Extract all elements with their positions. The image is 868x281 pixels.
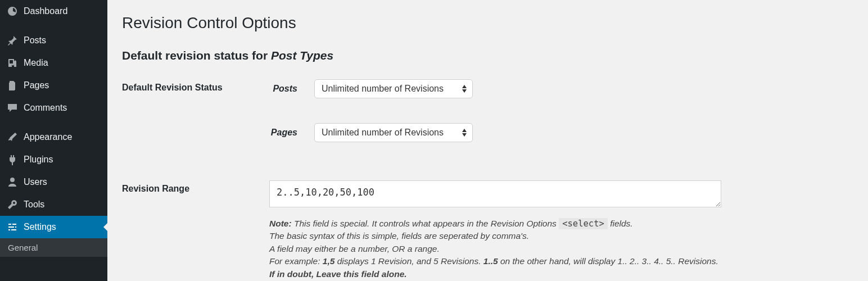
label-revision-range: Revision Range	[122, 180, 269, 194]
select-value: Unlimited number of Revisions	[322, 128, 444, 138]
user-icon	[7, 176, 18, 188]
sidebar-item-posts[interactable]: Posts	[0, 29, 107, 52]
subrow-posts: Posts Unlimited number of Revisions	[269, 79, 853, 98]
plug-icon	[7, 154, 18, 165]
sidebar-item-tools[interactable]: Tools	[0, 193, 107, 216]
wrench-icon	[7, 199, 18, 210]
content-area: Revision Control Options Default revisio…	[107, 0, 868, 281]
admin-sidebar: Dashboard Posts Media Pages Comments App…	[0, 0, 107, 281]
comment-icon	[7, 102, 18, 114]
sidebar-item-label: Media	[24, 58, 48, 68]
sublabel-posts: Posts	[269, 84, 314, 94]
brush-icon	[7, 132, 18, 143]
select-value: Unlimited number of Revisions	[322, 84, 444, 94]
sidebar-item-appearance[interactable]: Appearance	[0, 126, 107, 148]
page-title: Revision Control Options	[122, 14, 853, 32]
pin-icon	[7, 35, 18, 46]
chevron-updown-icon	[462, 129, 467, 137]
media-icon	[7, 57, 18, 69]
sidebar-subitem-label: General	[8, 243, 38, 252]
sidebar-item-label: Comments	[24, 103, 67, 113]
input-revision-range[interactable]	[269, 180, 721, 207]
select-posts-revisions[interactable]: Unlimited number of Revisions	[314, 79, 473, 98]
sidebar-item-label: Settings	[24, 222, 56, 232]
sidebar-item-label: Appearance	[24, 132, 72, 142]
sidebar-item-label: Tools	[24, 200, 44, 210]
sidebar-item-settings[interactable]: Settings	[0, 216, 107, 238]
sidebar-item-label: Dashboard	[24, 6, 67, 16]
form-row-revision-range: Revision Range Note: This field is speci…	[122, 180, 853, 280]
pages-icon	[7, 80, 18, 91]
revision-range-note: Note: This field is special. It controls…	[269, 217, 853, 280]
sidebar-item-comments[interactable]: Comments	[0, 97, 107, 119]
code-snippet: <select>	[559, 218, 608, 229]
sidebar-item-label: Pages	[24, 80, 49, 90]
sidebar-item-label: Users	[24, 177, 47, 187]
section-title: Default revision status for Post Types	[122, 49, 853, 62]
select-pages-revisions[interactable]: Unlimited number of Revisions	[314, 123, 473, 142]
sidebar-item-plugins[interactable]: Plugins	[0, 148, 107, 171]
sidebar-item-pages[interactable]: Pages	[0, 74, 107, 97]
form-row-default-status: Default Revision Status Posts Unlimited …	[122, 79, 853, 176]
sidebar-item-label: Posts	[24, 35, 46, 46]
sidebar-item-users[interactable]: Users	[0, 171, 107, 193]
sidebar-subitem-general[interactable]: General	[0, 238, 107, 257]
sublabel-pages: Pages	[269, 128, 314, 138]
dashboard-icon	[7, 6, 18, 17]
sidebar-item-dashboard[interactable]: Dashboard	[0, 0, 107, 22]
label-default-status: Default Revision Status	[122, 79, 269, 93]
sliders-icon	[7, 221, 18, 233]
sidebar-item-media[interactable]: Media	[0, 52, 107, 74]
chevron-updown-icon	[462, 85, 467, 93]
subrow-pages: Pages Unlimited number of Revisions	[269, 123, 853, 142]
sidebar-item-label: Plugins	[24, 155, 53, 165]
